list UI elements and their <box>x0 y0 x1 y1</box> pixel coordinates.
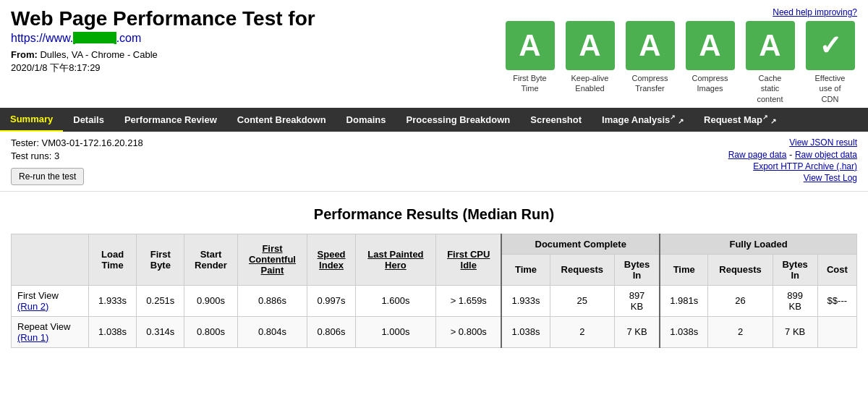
info-left: Tester: VM03-01-172.16.20.218 Test runs:… <box>11 137 143 185</box>
grade-letter-1: A <box>566 21 615 70</box>
col-header-0: LoadTime <box>88 234 136 285</box>
raw-page-link[interactable]: Raw page data <box>728 150 787 160</box>
cell-0-4: 0.997s <box>307 285 355 316</box>
cell-1-3: 0.804s <box>237 316 307 347</box>
table-row: First View(Run 2)1.933s0.251s0.900s0.886… <box>12 285 857 316</box>
page-title: Web Page Performance Test for <box>11 7 503 30</box>
col-header-5: Last PaintedHero <box>355 234 435 285</box>
grade-label-1: Keep-aliveEnabled <box>571 73 609 94</box>
grade-letter-5: ✓ <box>806 21 855 70</box>
fully-cell-0-3: $$--- <box>817 285 856 316</box>
col-header-4: SpeedIndex <box>307 234 355 285</box>
from-value: Dulles, VA - Chrome - Cable <box>40 49 157 60</box>
col-header-3: FirstContentfulPaint <box>237 234 307 285</box>
nav-item-performance-review[interactable]: Performance Review <box>114 109 227 131</box>
tester-info: Tester: VM03-01-172.16.20.218 <box>11 137 143 148</box>
cell-0-1: 0.251s <box>137 285 184 316</box>
rerun-button[interactable]: Re-run the test <box>11 168 84 185</box>
col-header-1: FirstByte <box>137 234 184 285</box>
fully-cell-0-1: 26 <box>708 285 773 316</box>
grades-container: AFirst ByteTimeAKeep-aliveEnabledACompre… <box>503 21 857 104</box>
view-test-log-link[interactable]: View Test Log <box>728 173 857 183</box>
doc-col-2: BytesIn <box>614 254 660 285</box>
from-label: From: <box>11 49 38 60</box>
doc-cell-0-0: 1.933s <box>501 285 550 316</box>
fully-loaded-header: Fully Loaded <box>660 234 856 254</box>
doc-cell-0-1: 25 <box>550 285 614 316</box>
grade-box-3: ACompressImages <box>683 21 737 94</box>
grade-label-0: First ByteTime <box>513 73 546 94</box>
nav-item-domains[interactable]: Domains <box>336 109 396 131</box>
grade-box-0: AFirst ByteTime <box>503 21 557 94</box>
cell-0-6: > 1.659s <box>436 285 502 316</box>
fully-cell-0-0: 1.981s <box>660 285 708 316</box>
row-label-0: First View(Run 2) <box>12 285 89 316</box>
help-link[interactable]: Need help improving? <box>773 7 857 17</box>
cell-1-2: 0.800s <box>184 316 237 347</box>
url-highlight: ______ <box>73 32 116 44</box>
doc-col-1: Requests <box>550 254 614 285</box>
doc-complete-header: Document Complete <box>501 234 660 254</box>
nav-item-details[interactable]: Details <box>63 109 114 131</box>
nav-item-summary[interactable]: Summary <box>0 108 63 132</box>
nav-item-content-breakdown[interactable]: Content Breakdown <box>227 109 336 131</box>
cell-1-4: 0.806s <box>307 316 355 347</box>
page-url: https://www.______.com <box>11 32 503 45</box>
fully-cell-1-2: 7 KB <box>773 316 817 347</box>
doc-cell-0-2: 897KB <box>614 285 660 316</box>
nav-item-screenshot[interactable]: Screenshot <box>520 109 592 131</box>
raw-object-link[interactable]: Raw object data <box>795 150 857 160</box>
grade-label-4: Cachestaticcontent <box>757 73 783 104</box>
grade-box-2: ACompressTransfer <box>623 21 677 94</box>
table-row: Repeat View(Run 1)1.038s0.314s0.800s0.80… <box>12 316 857 347</box>
fully-col-1: Requests <box>708 254 773 285</box>
navbar: SummaryDetailsPerformance ReviewContent … <box>0 108 868 132</box>
fully-cell-1-0: 1.038s <box>660 316 708 347</box>
performance-table: LoadTimeFirstByteStartRenderFirstContent… <box>11 234 857 348</box>
main-content: Performance Results (Median Run) LoadTim… <box>0 192 868 355</box>
cell-0-5: 1.600s <box>355 285 435 316</box>
export-http-link[interactable]: Export HTTP Archive (.har) <box>728 161 857 171</box>
dash-separator: - <box>789 149 795 160</box>
date-info: 2020/1/8 下午8:17:29 <box>11 61 503 75</box>
grade-letter-0: A <box>506 21 555 70</box>
fully-cell-0-2: 899KB <box>773 285 817 316</box>
url-prefix: https://www. <box>11 32 73 44</box>
cell-1-0: 1.038s <box>88 316 136 347</box>
fully-col-0: Time <box>660 254 708 285</box>
from-info: From: Dulles, VA - Chrome - Cable <box>11 49 503 60</box>
grade-box-4: ACachestaticcontent <box>743 21 797 104</box>
col-header-6: First CPUIdle <box>436 234 502 285</box>
test-runs: Test runs: 3 <box>11 150 143 161</box>
cell-1-1: 0.314s <box>137 316 184 347</box>
fully-cell-1-3 <box>817 316 856 347</box>
raw-links: Raw page data - Raw object data <box>728 149 857 160</box>
grade-letter-3: A <box>686 21 735 70</box>
fully-col-3: Cost <box>817 254 856 285</box>
nav-item-image-analysis[interactable]: Image Analysis↗ <box>592 108 694 131</box>
grade-letter-4: A <box>746 21 795 70</box>
doc-cell-1-1: 2 <box>550 316 614 347</box>
fully-col-2: BytesIn <box>773 254 817 285</box>
cell-0-0: 1.933s <box>88 285 136 316</box>
row-label-1: Repeat View(Run 1) <box>12 316 89 347</box>
grade-box-1: AKeep-aliveEnabled <box>563 21 617 94</box>
fully-cell-1-1: 2 <box>708 316 773 347</box>
view-json-link[interactable]: View JSON result <box>728 137 857 148</box>
grade-box-5: ✓Effectiveuse ofCDN <box>803 21 857 104</box>
grade-letter-2: A <box>626 21 675 70</box>
doc-col-0: Time <box>501 254 550 285</box>
grade-label-3: CompressImages <box>692 73 728 94</box>
info-row: Tester: VM03-01-172.16.20.218 Test runs:… <box>0 132 868 192</box>
doc-cell-1-2: 7 KB <box>614 316 660 347</box>
grade-label-2: CompressTransfer <box>631 73 668 94</box>
doc-cell-1-0: 1.038s <box>501 316 550 347</box>
cell-0-3: 0.886s <box>237 285 307 316</box>
empty-header <box>12 234 89 285</box>
grade-label-5: Effectiveuse ofCDN <box>815 73 846 104</box>
nav-item-request-map[interactable]: Request Map↗ <box>694 108 786 131</box>
nav-item-processing-breakdown[interactable]: Processing Breakdown <box>396 109 521 131</box>
cell-0-2: 0.900s <box>184 285 237 316</box>
col-header-2: StartRender <box>184 234 237 285</box>
cell-1-6: > 0.800s <box>436 316 502 347</box>
